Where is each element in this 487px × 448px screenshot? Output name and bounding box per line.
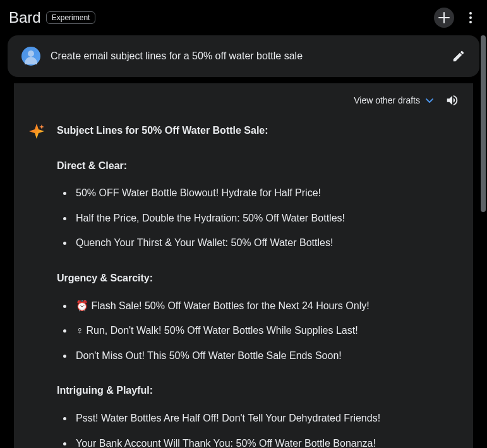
scrollbar-thumb[interactable] <box>481 35 486 212</box>
experiment-badge: Experiment <box>46 11 96 24</box>
list-item: Quench Your Thirst & Your Wallet: 50% Of… <box>73 235 459 251</box>
svg-point-2 <box>469 21 472 23</box>
more-menu-button[interactable] <box>463 10 478 25</box>
list-item: 50% OFF Water Bottle Blowout! Hydrate fo… <box>73 185 459 201</box>
pencil-icon <box>452 49 466 63</box>
plus-icon <box>438 12 450 23</box>
response-container: View other drafts <box>14 83 473 448</box>
list-item: ♀ Run, Don't Walk! 50% Off Water Bottles… <box>73 322 459 339</box>
svg-point-1 <box>469 16 472 19</box>
response-body: Subject Lines for 50% Off Water Bottle S… <box>28 122 459 448</box>
user-message: Create email subject lines for a 50% off… <box>8 35 479 77</box>
svg-point-0 <box>469 12 472 15</box>
app-logo: Bard <box>9 9 41 27</box>
list-item: ⏰ Flash Sale! 50% Off Water Bottles for … <box>73 298 459 314</box>
subject-list: Psst! Water Bottles Are Half Off! Don't … <box>57 410 459 448</box>
user-prompt-text: Create email subject lines for a 50% off… <box>51 50 442 62</box>
view-drafts-button[interactable]: View other drafts <box>354 95 434 105</box>
app-header: Bard Experiment <box>0 0 487 35</box>
list-item: Your Bank Account Will Thank You: 50% Of… <box>73 435 459 448</box>
conversation-area: Create email subject lines for a 50% off… <box>0 35 487 448</box>
header-right <box>434 8 478 28</box>
section-heading: Urgency & Scarcity: <box>57 270 459 286</box>
response-content: Subject Lines for 50% Off Water Bottle S… <box>57 122 459 448</box>
bard-sparkle-icon <box>28 122 45 140</box>
subject-list: ⏰ Flash Sale! 50% Off Water Bottles for … <box>57 298 459 364</box>
list-item: Half the Price, Double the Hydration: 50… <box>73 210 459 227</box>
list-item: Don't Miss Out! This 50% Off Water Bottl… <box>73 348 459 364</box>
section-heading: Direct & Clear: <box>57 158 459 174</box>
edit-prompt-button[interactable] <box>452 49 466 63</box>
header-left: Bard Experiment <box>9 9 95 27</box>
user-avatar <box>21 47 40 66</box>
speaker-icon <box>445 93 459 107</box>
new-chat-button[interactable] <box>434 8 454 28</box>
section-heading: Intriguing & Playful: <box>57 382 459 399</box>
more-vertical-icon <box>469 12 472 23</box>
response-header: View other drafts <box>28 83 459 122</box>
list-item: Psst! Water Bottles Are Half Off! Don't … <box>73 410 459 427</box>
view-drafts-label: View other drafts <box>354 95 420 105</box>
speak-button[interactable] <box>445 93 459 107</box>
response-title: Subject Lines for 50% Off Water Bottle S… <box>57 122 459 139</box>
chevron-down-icon <box>425 96 434 105</box>
subject-list: 50% OFF Water Bottle Blowout! Hydrate fo… <box>57 185 459 251</box>
